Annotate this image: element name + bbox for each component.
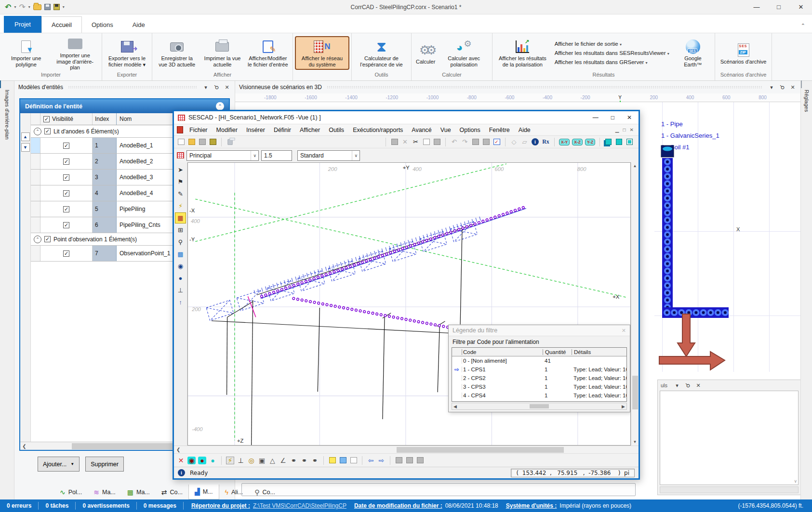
scrollbar-thumb[interactable] bbox=[530, 404, 549, 408]
plane-xz-button[interactable]: X-Z bbox=[572, 139, 583, 145]
open-project-icon[interactable] bbox=[33, 4, 41, 10]
box-icon[interactable]: ▣ bbox=[258, 457, 266, 464]
messages-count[interactable]: 0 messages bbox=[137, 502, 184, 510]
remove-icon[interactable]: ✕ bbox=[401, 138, 409, 146]
grid-yellow-icon[interactable] bbox=[329, 457, 336, 463]
info-icon[interactable]: i bbox=[532, 138, 539, 145]
sescad-canvas[interactable]: 200 +Y 400 600 800 400 200 -400 -X -Y +X… bbox=[187, 162, 631, 446]
pin-icon[interactable]: ⚲ bbox=[777, 82, 787, 92]
scroll-left-icon[interactable]: ❮ bbox=[20, 444, 28, 449]
show-output-file-link[interactable]: Afficher le fichier de sortie ▾ bbox=[555, 41, 669, 47]
ground-icon[interactable]: ⊥ bbox=[237, 457, 245, 464]
mdi-close-icon[interactable]: ✕ bbox=[630, 127, 634, 132]
sescad-hscrollbar[interactable]: ❮ bbox=[174, 446, 639, 453]
plane-yz-button[interactable]: Y-Z bbox=[585, 139, 595, 145]
errors-count[interactable]: 0 erreurs bbox=[0, 502, 39, 510]
tab-aide[interactable]: Aide bbox=[123, 17, 155, 33]
zoom-tool[interactable]: ⚲ bbox=[175, 236, 186, 248]
tab-accueil[interactable]: Accueil bbox=[41, 16, 82, 33]
undo-icon[interactable]: ↶ bbox=[450, 138, 458, 146]
maximize-button[interactable]: □ bbox=[768, 0, 790, 14]
view-3d-icon[interactable] bbox=[605, 139, 612, 145]
sescad-minimize-button[interactable]: — bbox=[593, 114, 599, 121]
tab-models[interactable]: ▟M... bbox=[188, 485, 219, 499]
angle-icon[interactable]: ∠ bbox=[279, 457, 287, 464]
scale-input[interactable]: 1.5 bbox=[261, 150, 292, 161]
sescad-close-button[interactable]: ✕ bbox=[627, 114, 632, 121]
mirror-icon[interactable]: ▱ bbox=[520, 138, 529, 146]
scroll-down-icon[interactable]: ▼ bbox=[633, 438, 637, 446]
visibility-checkbox[interactable]: ✓ bbox=[63, 222, 69, 228]
node-arrow-icon[interactable]: ◉ bbox=[187, 457, 196, 464]
units-label[interactable]: Système d'unités : bbox=[506, 502, 557, 509]
print-icon[interactable] bbox=[227, 139, 232, 145]
print-view-button[interactable]: Imprimer la vue actuelle bbox=[200, 37, 245, 68]
visibility-checkbox[interactable]: ✓ bbox=[63, 174, 69, 181]
menu-avance[interactable]: Avancé bbox=[407, 127, 436, 133]
save-icon[interactable] bbox=[44, 4, 51, 10]
style-combo[interactable]: Standard∨ bbox=[297, 150, 360, 161]
scroll-left-icon[interactable]: ❮ bbox=[174, 447, 183, 452]
solid-view-icon[interactable] bbox=[616, 139, 622, 145]
menu-execution-rapports[interactable]: Exécution/rapports bbox=[348, 127, 407, 133]
filter-row-selected[interactable]: ⇨ 1 - CPS1 1 Type: Lead; Valeur: 10 A bbox=[452, 365, 626, 374]
calculate-polarization-button[interactable]: ◕⚙ Calculer avec polarisation bbox=[438, 37, 490, 68]
export-model-file-button[interactable]: ➜ Exporter vers le fichier modèle ▾ bbox=[104, 37, 150, 68]
redo-icon[interactable]: ↷ bbox=[461, 138, 469, 146]
save-3d-view-button[interactable]: Enregistrer la vue 3D actuelle bbox=[154, 37, 200, 68]
visibility-all-checkbox[interactable]: ✓ bbox=[43, 116, 50, 122]
scroll-down-icon[interactable]: ∨ bbox=[794, 479, 797, 484]
qat-customize-icon[interactable]: ▾ bbox=[63, 5, 65, 9]
move-down-button[interactable]: ▼ bbox=[21, 143, 30, 152]
show-system-network-button[interactable]: N Afficher le réseau du système bbox=[295, 36, 349, 69]
menu-vue[interactable]: Vue bbox=[436, 127, 455, 133]
report-grid-icon[interactable] bbox=[406, 457, 413, 463]
panel-close-icon[interactable]: ✕ bbox=[789, 84, 797, 91]
rx-icon[interactable]: Rx bbox=[542, 138, 550, 146]
save-as-icon[interactable] bbox=[53, 4, 60, 10]
flag-tool[interactable]: ⚑ bbox=[175, 176, 186, 187]
grid-tool[interactable]: ▦ bbox=[175, 212, 186, 223]
visibility-checkbox[interactable]: ✓ bbox=[63, 250, 69, 257]
plane-xy-button[interactable]: X-Y bbox=[559, 139, 570, 145]
new-file-icon[interactable] bbox=[178, 139, 185, 145]
binoculars-2-icon[interactable]: ⚭ bbox=[300, 457, 308, 464]
scroll-up-icon[interactable]: ▲ bbox=[633, 162, 637, 170]
pin-icon[interactable]: ⚲ bbox=[682, 380, 692, 390]
panel-menu-icon[interactable]: ▾ bbox=[673, 382, 681, 389]
grid-blue-icon[interactable] bbox=[340, 457, 346, 463]
menu-definir[interactable]: Définir bbox=[269, 127, 295, 133]
pan-tool-icon[interactable] bbox=[483, 139, 490, 145]
tab-projet[interactable]: Projet bbox=[4, 16, 41, 33]
import-background-image-button[interactable]: Importer une image d'arrière-plan bbox=[50, 34, 100, 72]
ribbon-collapse-icon[interactable]: ⌃ bbox=[801, 23, 805, 29]
viewer-hscrollbar[interactable] bbox=[241, 483, 636, 496]
pin-icon[interactable]: ⚲ bbox=[211, 82, 221, 92]
draw-tool[interactable]: ✎ bbox=[175, 188, 186, 199]
vertical-tool[interactable]: ↑ bbox=[175, 297, 186, 308]
filter-row[interactable]: 4 - CPS4 1 Type: Lead; Valeur: 10 A bbox=[452, 391, 626, 400]
panel-menu-icon[interactable]: ▾ bbox=[202, 84, 210, 91]
settings-tab[interactable]: Réglages bbox=[804, 90, 810, 112]
next-view-icon[interactable]: ⇨ bbox=[377, 457, 386, 464]
filter-row[interactable]: 3 - CPS3 1 Type: Lead; Valeur: 10 A bbox=[452, 382, 626, 391]
filter-legend-window[interactable]: Légende du filtre ✕ Filtre par Code pour… bbox=[448, 325, 630, 412]
side-panel-hscrollbar[interactable] bbox=[660, 486, 799, 493]
calculate-button[interactable]: ⚙⚙ Calculer bbox=[413, 40, 438, 66]
group-visibility-checkbox[interactable]: ✓ bbox=[44, 128, 51, 134]
tab-options[interactable]: Options bbox=[82, 17, 123, 33]
open-file-icon[interactable] bbox=[188, 139, 195, 145]
menu-inserer[interactable]: Insérer bbox=[242, 127, 269, 133]
move-up-button[interactable]: ▲ bbox=[21, 132, 30, 141]
collapse-circle-icon[interactable]: ⌃ bbox=[216, 102, 224, 110]
grid-plain-icon[interactable] bbox=[350, 457, 357, 463]
redo-icon[interactable]: ↷ bbox=[19, 2, 25, 12]
prev-view-icon[interactable]: ⇦ bbox=[367, 457, 375, 464]
settings-strip-icon[interactable] bbox=[801, 80, 802, 88]
cut-icon[interactable]: ✂ bbox=[412, 138, 420, 146]
filter-legend-hscrollbar[interactable]: ◀ ▶ bbox=[452, 403, 627, 410]
menu-modifier[interactable]: Modifier bbox=[212, 127, 242, 133]
group-visibility-checkbox[interactable]: ✓ bbox=[44, 236, 51, 242]
snap-tool[interactable]: ⊞ bbox=[175, 224, 186, 236]
edit-input-file-button[interactable]: ✎ Afficher/Modifier le fichier d'entrée bbox=[245, 37, 291, 68]
